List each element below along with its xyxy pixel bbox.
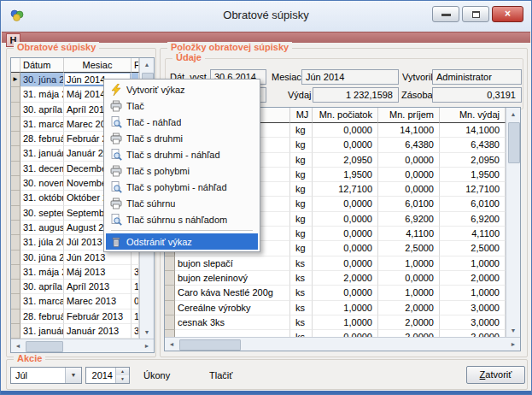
cell-nazov[interactable]: cesnak 3ks — [175, 315, 290, 330]
scroll-right-icon[interactable]: ► — [506, 338, 520, 351]
cell-nazov[interactable]: bujon zeleninový — [175, 271, 290, 286]
cell-mj[interactable]: kg — [290, 182, 313, 197]
cell-datum[interactable]: 30. apríla 2013 — [20, 280, 64, 294]
item-row[interactable]: bujon slepačíks0,00001,00001,0000 — [165, 256, 506, 271]
scroll-thumb[interactable] — [179, 339, 241, 351]
cell-mj[interactable]: kg — [290, 241, 313, 256]
scroll-right-icon[interactable]: ► — [140, 339, 154, 352]
cell-vydaj[interactable]: 1,0000 — [440, 286, 506, 300]
cell-vydaj[interactable]: 2,0950 — [440, 153, 506, 168]
cell-datum[interactable]: 31. augusta 2013 — [20, 221, 64, 235]
maximize-button[interactable] — [462, 6, 489, 22]
scroll-down-icon[interactable]: ▼ — [506, 324, 520, 337]
cell-vydaj[interactable]: 3,0000 — [440, 301, 506, 315]
cell-mj[interactable]: kg — [290, 123, 313, 138]
turnover-row[interactable]: 31. januára 2013Január 20133 — [11, 324, 139, 339]
items-table-hscrollbar[interactable]: ◄ ► — [165, 337, 520, 351]
cell-prijem[interactable]: 0,0000 — [378, 168, 440, 182]
cell-prijem[interactable]: 6,4380 — [378, 138, 440, 152]
ukony-button[interactable]: Úkony — [143, 370, 170, 380]
row-selector[interactable] — [11, 324, 20, 339]
row-selector[interactable] — [165, 271, 175, 286]
cell-vydaj[interactable]: 4,1100 — [440, 227, 506, 241]
row-selector[interactable] — [11, 251, 20, 265]
cell-prijem[interactable]: 0,0000 — [378, 182, 440, 197]
cell-datum[interactable]: 28. februára 2013 — [20, 310, 64, 324]
cell-prijem[interactable]: 2,5000 — [378, 241, 440, 256]
column-header-prijem[interactable]: Mn. príjem — [378, 108, 440, 123]
menu-item[interactable]: Tlač s pohybmi - náhľad — [106, 179, 258, 195]
cell-mj[interactable]: kg — [290, 212, 313, 227]
cell-extra[interactable]: 3 — [132, 324, 139, 339]
cell-prijem[interactable]: 2,0000 — [378, 330, 440, 337]
cell-datum[interactable]: 30. novembra 2013 — [20, 176, 64, 191]
scroll-up-icon[interactable]: ▲ — [506, 108, 520, 121]
scroll-down-icon[interactable]: ▼ — [140, 326, 154, 339]
row-selector[interactable] — [11, 206, 20, 221]
cell-datum[interactable]: 30. apríla 2014 — [20, 103, 64, 117]
minimize-button[interactable] — [432, 6, 459, 22]
cell-mesiac[interactable]: Jún 2013 — [64, 251, 132, 265]
cell-prijem[interactable]: 0,0000 — [378, 153, 440, 168]
row-selector[interactable]: ► — [11, 73, 20, 87]
tlacit-button[interactable]: Tlačiť — [209, 370, 232, 380]
turnover-row[interactable]: 31. marca 2013Marec 20130 — [11, 294, 139, 309]
item-row[interactable]: bujon zeleninovýks2,00000,00002,0000 — [165, 271, 506, 286]
column-header-vydaj[interactable]: Mn. výdaj — [440, 108, 506, 123]
cell-extra[interactable]: 0 — [132, 294, 139, 309]
cell-mj[interactable]: ks — [290, 256, 313, 271]
cell-prijem[interactable]: 2,0000 — [378, 301, 440, 315]
cell-vydaj[interactable]: 6,0100 — [440, 197, 506, 211]
cell-vydaj[interactable]: 2,0000 — [440, 271, 506, 286]
cell-vydaj[interactable]: 14,1000 — [440, 123, 506, 138]
turnover-row[interactable]: 30. apríla 2013Apríl 20131 — [11, 280, 139, 294]
cell-pociatok[interactable]: 0,0000 — [313, 286, 378, 300]
row-selector[interactable] — [11, 146, 20, 161]
spin-down-icon[interactable]: ▼ — [116, 375, 129, 383]
menu-item[interactable]: Tlač s druhmi - náhľad — [106, 146, 258, 162]
cell-prijem[interactable]: 2,0000 — [378, 315, 440, 330]
cell-prijem[interactable]: 14,1000 — [378, 123, 440, 138]
cell-datum[interactable]: 28. februára 2014 — [20, 132, 64, 146]
cell-mj[interactable]: kg — [290, 153, 313, 168]
cell-mesiac[interactable]: Máj 2013 — [64, 265, 132, 280]
items-table-vscrollbar[interactable]: ▲ ▼ — [506, 108, 520, 337]
column-header-mesiac[interactable]: Mesiac — [64, 58, 132, 73]
cell-pociatok[interactable]: 0,0000 — [313, 212, 378, 227]
row-selector[interactable] — [165, 330, 175, 337]
column-header-mj[interactable]: MJ — [290, 108, 313, 123]
cell-mj[interactable]: ks — [290, 301, 313, 315]
cell-vydaj[interactable]: 12,7100 — [440, 182, 506, 197]
cell-prijem[interactable]: 0,0000 — [378, 271, 440, 286]
vydaj-field[interactable]: 1 232,1598 — [313, 87, 399, 103]
titlebar[interactable]: Obratové súpisky × — [1, 1, 531, 32]
item-row[interactable]: Caro káva Nestlé 200gks0,00001,00001,000… — [165, 286, 506, 300]
cell-pociatok[interactable]: 12,7100 — [313, 182, 378, 197]
row-selector[interactable] — [11, 87, 20, 102]
cell-pociatok[interactable]: 0,0000 — [313, 330, 378, 337]
cell-pociatok[interactable]: 0,0000 — [313, 138, 378, 152]
zatvorit-button[interactable]: Zatvoriť — [466, 366, 525, 384]
menu-item[interactable]: Vytvoriť výkaz — [106, 81, 258, 97]
row-selector[interactable] — [11, 191, 20, 205]
menu-item[interactable]: Tlač súhrnu s náhľadom — [106, 211, 258, 227]
menu-item[interactable]: Odstrániť výkaz — [106, 233, 258, 250]
row-selector[interactable] — [11, 132, 20, 146]
row-selector[interactable] — [11, 265, 20, 280]
cell-datum[interactable]: 31. mája 2014 — [20, 87, 64, 102]
cell-mj[interactable]: kg — [290, 227, 313, 241]
cell-prijem[interactable]: 4,1100 — [378, 227, 440, 241]
cell-mj[interactable]: kg — [290, 168, 313, 182]
cell-pociatok[interactable]: 0,0000 — [313, 123, 378, 138]
cell-nazov[interactable]: bujon slepačí — [175, 256, 290, 271]
cell-vydaj[interactable]: 3,0000 — [440, 315, 506, 330]
row-selector[interactable] — [11, 176, 20, 191]
cell-vydaj[interactable]: 6,4380 — [440, 138, 506, 152]
cell-pociatok[interactable]: 0,0000 — [313, 256, 378, 271]
cell-mj[interactable]: ks — [290, 315, 313, 330]
row-selector[interactable] — [165, 301, 175, 315]
cell-mesiac[interactable]: Marec 2013 — [64, 294, 132, 309]
cell-datum[interactable]: 30. júna 2013 — [20, 251, 64, 265]
item-row[interactable]: ks0,00002,00002,0000 — [165, 330, 506, 337]
scroll-thumb[interactable] — [508, 122, 520, 163]
